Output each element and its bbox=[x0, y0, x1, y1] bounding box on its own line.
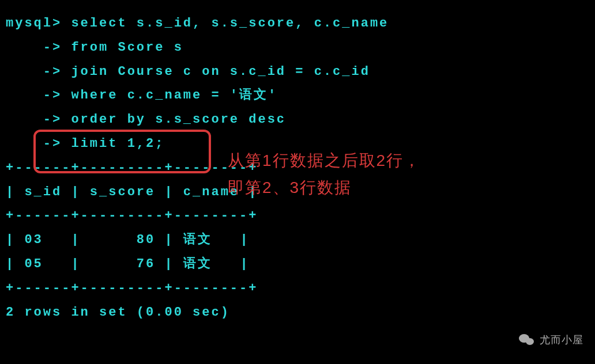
mysql-prompt: mysql> bbox=[6, 16, 62, 31]
continuation-prompt: -> bbox=[6, 88, 62, 103]
table-border-mid: +------+---------+--------+ bbox=[6, 204, 589, 228]
sql-join: join Course c on s.c_id = c.c_id bbox=[62, 65, 370, 79]
table-border-bottom: +------+---------+--------+ bbox=[6, 276, 589, 301]
sql-line-3: -> join Course c on s.c_id = c.c_id bbox=[6, 60, 589, 84]
result-footer: 2 rows in set (0.00 sec) bbox=[6, 301, 589, 325]
annotation-text-2: 即第2、3行数据 bbox=[228, 176, 352, 200]
continuation-prompt: -> bbox=[6, 112, 62, 127]
watermark-text: 尤而小屋 bbox=[540, 333, 583, 347]
sql-where: where c.c_name = '语文' bbox=[62, 88, 277, 103]
sql-limit: limit 1,2; bbox=[62, 136, 164, 151]
sql-line-2: -> from Score s bbox=[6, 36, 589, 60]
sql-line-4: -> where c.c_name = '语文' bbox=[6, 84, 589, 108]
sql-orderby: order by s.s_score desc bbox=[62, 112, 286, 127]
continuation-prompt: -> bbox=[6, 136, 62, 151]
sql-select: select s.s_id, s.s_score, c.c_name bbox=[62, 16, 389, 31]
annotation-text-1: 从第1行数据之后取2行， bbox=[228, 149, 421, 173]
continuation-prompt: -> bbox=[6, 40, 62, 55]
sql-line-5: -> order by s.s_score desc bbox=[6, 108, 589, 132]
watermark: 尤而小屋 bbox=[519, 333, 583, 347]
wechat-icon bbox=[519, 333, 535, 347]
table-row: | 05 | 76 | 语文 | bbox=[6, 252, 589, 276]
continuation-prompt: -> bbox=[6, 65, 62, 79]
sql-from: from Score s bbox=[62, 40, 183, 55]
table-row: | 03 | 80 | 语文 | bbox=[6, 228, 589, 252]
sql-line-1: mysql> select s.s_id, s.s_score, c.c_nam… bbox=[6, 12, 589, 36]
